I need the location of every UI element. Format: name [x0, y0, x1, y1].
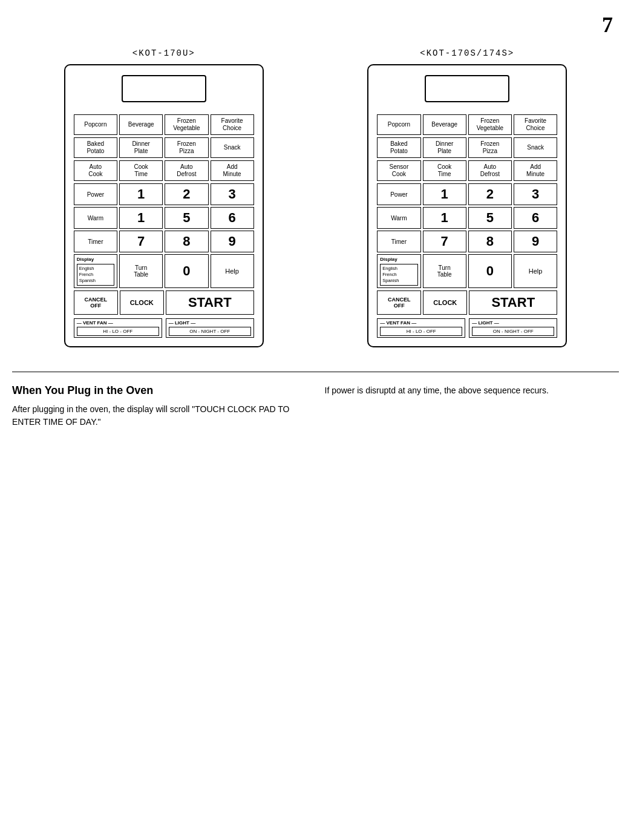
left-numpad-row1: Power 1 2 3: [74, 183, 254, 205]
left-model-label: <KOT-170U>: [132, 48, 195, 58]
right-clock-btn[interactable]: CLOCK: [423, 290, 467, 315]
left-power-label: Power: [74, 183, 117, 205]
left-digit-3[interactable]: 3: [211, 183, 254, 205]
left-fan-light-row: — VENT FAN — HI - LO - OFF — LIGHT — ON …: [74, 318, 254, 338]
left-panel: Popcorn Beverage FrozenVegetable Favorit…: [64, 64, 264, 347]
left-digit-6[interactable]: 6: [211, 207, 254, 229]
left-numpad-row3: Timer 7 8 9: [74, 231, 254, 252]
left-display-area: [122, 75, 206, 102]
right-cancel-btn[interactable]: CANCELOFF: [377, 290, 421, 315]
left-diagram: <KOT-170U> Popcorn Beverage FrozenVegeta…: [64, 48, 264, 347]
right-digit-1b[interactable]: 1: [423, 207, 466, 229]
left-text-col: When You Plug in the Oven After plugging…: [12, 384, 307, 428]
left-beverage-btn[interactable]: Beverage: [119, 114, 163, 135]
right-panel: Popcorn Beverage FrozenVegetable Favorit…: [367, 64, 567, 347]
left-digit-1b[interactable]: 1: [119, 207, 163, 229]
right-fan-light-row: — VENT FAN — HI - LO - OFF — LIGHT — ON …: [377, 318, 557, 338]
right-numpad-row1: Power 1 2 3: [377, 183, 557, 205]
right-display-area: [425, 75, 509, 102]
left-warm-label: Warm: [74, 207, 117, 229]
left-add-minute-btn[interactable]: AddMinute: [211, 160, 254, 181]
left-zero-btn[interactable]: 0: [165, 254, 208, 288]
left-auto-cook-btn[interactable]: AutoCook: [74, 160, 117, 181]
right-beverage-btn[interactable]: Beverage: [423, 114, 466, 135]
left-row2: BakedPotato DinnerPlate FrozenPizza Snac…: [74, 137, 254, 158]
right-bottom-row: CANCELOFF CLOCK START: [377, 290, 557, 315]
left-popcorn-btn[interactable]: Popcorn: [74, 114, 117, 135]
left-baked-potato-btn[interactable]: BakedPotato: [74, 137, 117, 158]
left-cancel-btn[interactable]: CANCELOFF: [74, 290, 118, 315]
right-baked-potato-btn[interactable]: BakedPotato: [377, 137, 420, 158]
right-digit-5[interactable]: 5: [468, 207, 512, 229]
left-digit-8[interactable]: 8: [165, 231, 208, 252]
right-start-btn[interactable]: START: [469, 290, 557, 315]
right-zero-btn[interactable]: 0: [468, 254, 512, 288]
right-display-row: Display English French Spanish TurnTable…: [377, 254, 557, 288]
right-frozen-pizza-btn[interactable]: FrozenPizza: [468, 137, 512, 158]
right-display-group: Display English French Spanish: [377, 254, 420, 288]
left-turn-table-btn[interactable]: TurnTable: [119, 254, 163, 288]
left-row3: AutoCook CookTime AutoDefrost AddMinute: [74, 160, 254, 181]
right-timer-label: Timer: [377, 231, 420, 252]
right-light-group: — LIGHT — ON - NIGHT - OFF: [469, 318, 557, 338]
right-vent-fan-group: — VENT FAN — HI - LO - OFF: [377, 318, 465, 338]
right-row1: Popcorn Beverage FrozenVegetable Favorit…: [377, 114, 557, 135]
left-auto-defrost-btn[interactable]: AutoDefrost: [165, 160, 208, 181]
left-frozen-pizza-btn[interactable]: FrozenPizza: [165, 137, 208, 158]
left-snack-btn[interactable]: Snack: [211, 137, 254, 158]
left-digit-1[interactable]: 1: [119, 183, 163, 205]
right-text-col: If power is disruptd at any time, the ab…: [325, 384, 620, 428]
right-model-label: <KOT-170S/174S>: [420, 48, 514, 58]
right-power-label: Power: [377, 183, 420, 205]
left-digit-7[interactable]: 7: [119, 231, 163, 252]
right-numpad-row2: Warm 1 5 6: [377, 207, 557, 229]
right-digit-7[interactable]: 7: [423, 231, 466, 252]
page-number: 7: [602, 12, 613, 38]
text-section: When You Plug in the Oven After plugging…: [12, 384, 619, 428]
left-light-group: — LIGHT — ON - NIGHT - OFF: [166, 318, 254, 338]
left-bottom-row: CANCELOFF CLOCK START: [74, 290, 254, 315]
right-popcorn-btn[interactable]: Popcorn: [377, 114, 420, 135]
right-digit-6[interactable]: 6: [514, 207, 557, 229]
left-digit-2[interactable]: 2: [165, 183, 208, 205]
right-row3: SensorCook CookTime AutoDefrost AddMinut…: [377, 160, 557, 181]
right-digit-9[interactable]: 9: [514, 231, 557, 252]
right-digit-3[interactable]: 3: [514, 183, 557, 205]
right-help-btn[interactable]: Help: [514, 254, 557, 288]
left-numpad-row2: Warm 1 5 6: [74, 207, 254, 229]
left-vent-fan-group: — VENT FAN — HI - LO - OFF: [74, 318, 162, 338]
right-auto-defrost-btn[interactable]: AutoDefrost: [468, 160, 512, 181]
right-warm-label: Warm: [377, 207, 420, 229]
right-favorite-choice-btn[interactable]: FavoriteChoice: [514, 114, 557, 135]
left-clock-btn[interactable]: CLOCK: [120, 290, 164, 315]
right-turn-table-btn[interactable]: TurnTable: [423, 254, 466, 288]
right-diagram: <KOT-170S/174S> Popcorn Beverage FrozenV…: [367, 48, 567, 347]
right-add-minute-btn[interactable]: AddMinute: [514, 160, 557, 181]
left-start-btn[interactable]: START: [166, 290, 254, 315]
right-paragraph: If power is disruptd at any time, the ab…: [325, 384, 620, 397]
left-favorite-choice-btn[interactable]: FavoriteChoice: [211, 114, 254, 135]
left-timer-label: Timer: [74, 231, 117, 252]
left-display-row: Display English French Spanish TurnTable…: [74, 254, 254, 288]
right-snack-btn[interactable]: Snack: [514, 137, 557, 158]
right-sensor-cook-btn[interactable]: SensorCook: [377, 160, 420, 181]
right-digit-2[interactable]: 2: [468, 183, 512, 205]
section-heading: When You Plug in the Oven: [12, 384, 307, 397]
right-dinner-plate-btn[interactable]: DinnerPlate: [423, 137, 466, 158]
left-dinner-plate-btn[interactable]: DinnerPlate: [119, 137, 163, 158]
left-paragraph: After plugging in the oven, the display …: [12, 403, 307, 428]
left-display-group: Display English French Spanish: [74, 254, 117, 288]
left-cook-time-btn[interactable]: CookTime: [119, 160, 163, 181]
right-frozen-veg-btn[interactable]: FrozenVegetable: [468, 114, 512, 135]
right-digit-1[interactable]: 1: [423, 183, 466, 205]
right-row2: BakedPotato DinnerPlate FrozenPizza Snac…: [377, 137, 557, 158]
right-digit-8[interactable]: 8: [468, 231, 512, 252]
left-digit-5[interactable]: 5: [165, 207, 208, 229]
left-digit-9[interactable]: 9: [211, 231, 254, 252]
left-help-btn[interactable]: Help: [211, 254, 254, 288]
right-cook-time-btn[interactable]: CookTime: [423, 160, 466, 181]
right-numpad-row3: Timer 7 8 9: [377, 231, 557, 252]
left-frozen-veg-btn[interactable]: FrozenVegetable: [165, 114, 208, 135]
left-row1: Popcorn Beverage FrozenVegetable Favorit…: [74, 114, 254, 135]
section-divider: [12, 372, 619, 372]
